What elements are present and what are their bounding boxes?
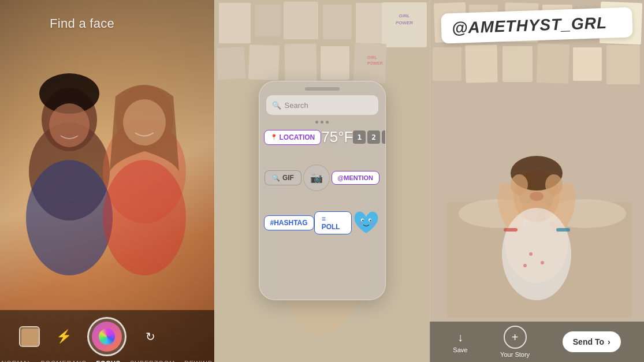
svg-point-35: [370, 223, 374, 225]
svg-point-65: [545, 174, 563, 195]
save-label: Save: [453, 346, 467, 353]
camera-icon: 📷: [310, 171, 323, 184]
search-placeholder-text: Search: [285, 101, 308, 110]
sticker-row-2: 🔍 GIF 📷 @MENTION: [264, 165, 381, 191]
camera-controls: ⚡ ↻: [0, 310, 214, 359]
story-preview-panel: GIRL POWER: [430, 0, 644, 362]
svg-point-7: [26, 160, 113, 275]
save-icon: ↓: [457, 331, 463, 344]
sticker-search-bar[interactable]: 🔍 Search: [266, 95, 378, 115]
mention-sticker[interactable]: @MENTION: [332, 171, 379, 185]
gif-label: GIF: [282, 174, 294, 182]
svg-point-33: [370, 220, 371, 221]
time-digit-1: 1: [353, 130, 366, 144]
svg-point-59: [529, 252, 533, 256]
phone-notch: [305, 87, 340, 91]
svg-rect-47: [537, 43, 569, 84]
svg-rect-63: [556, 228, 570, 232]
svg-point-32: [362, 220, 363, 221]
location-sticker[interactable]: 📍 LOCATION: [264, 130, 322, 145]
tab-boomerang[interactable]: BOOMERANG: [40, 360, 87, 362]
dot-1: [315, 121, 318, 124]
tab-normal[interactable]: NORMAL: [2, 360, 32, 362]
heart-sticker[interactable]: [352, 210, 381, 236]
hashtag-sticker[interactable]: #HASHTAG: [264, 215, 314, 230]
sticker-picker-panel: GIRL POWER GIRL POWER 🔍 Search: [214, 0, 430, 362]
temperature-sticker[interactable]: 75°F: [321, 128, 353, 146]
svg-point-64: [511, 174, 528, 195]
time-digit-3: 3: [382, 130, 385, 144]
chevron-right-icon: ›: [608, 337, 611, 346]
panel-divider-1: [214, 0, 215, 362]
dot-3: [326, 121, 329, 124]
tab-rewind[interactable]: REWIND: [184, 360, 213, 362]
send-to-button[interactable]: Send To ›: [563, 331, 621, 352]
heart-svg-icon: [352, 210, 381, 236]
svg-point-58: [502, 208, 571, 300]
location-label: LOCATION: [280, 133, 315, 141]
camera-panel: Find a face ⚡ ↻ NORMAL: [0, 0, 214, 362]
svg-point-5: [49, 103, 90, 147]
svg-rect-44: [433, 47, 461, 81]
shutter-button[interactable]: [87, 317, 126, 356]
poll-sticker[interactable]: ≡ POLL: [314, 211, 352, 234]
panel-divider-2: [430, 0, 430, 362]
save-button[interactable]: ↓ Save: [453, 331, 467, 353]
your-story-circle: +: [504, 326, 527, 349]
username-text: @AMETHYST_GRL: [452, 14, 608, 37]
your-story-label: Your Story: [500, 351, 530, 358]
people-silhouette: [0, 56, 214, 316]
dots-indicator: [259, 121, 385, 124]
flip-icon: ↻: [146, 330, 155, 344]
story-bottom-bar: ↓ Save + Your Story Send To ›: [430, 322, 644, 362]
flash-button[interactable]: ⚡: [54, 327, 73, 346]
gif-sticker[interactable]: 🔍 GIF: [265, 170, 301, 185]
svg-rect-48: [573, 47, 602, 81]
plus-icon: +: [512, 331, 519, 344]
svg-point-8: [103, 160, 186, 275]
time-sticker[interactable]: 1 2 3 4: [353, 130, 385, 144]
svg-rect-45: [465, 45, 497, 83]
search-icon: 🔍: [272, 101, 281, 110]
time-digit-2: 2: [367, 130, 380, 144]
camera-mode-tabs: NORMAL BOOMERANG FOCUS SUPERZOOM REWIND: [2, 359, 213, 362]
svg-point-61: [523, 264, 527, 267]
gif-search-icon: 🔍: [272, 174, 280, 182]
tab-focus[interactable]: FOCUS: [96, 360, 121, 362]
svg-rect-46: [502, 46, 533, 82]
svg-point-34: [358, 223, 362, 225]
sticker-row-3: #HASHTAG ≡ POLL: [264, 210, 381, 236]
svg-point-60: [541, 261, 544, 264]
svg-rect-49: [606, 45, 640, 84]
camera-bottom-bar: ⚡ ↻ NORMAL BOOMERANG FOCUS SUPERZOOM REW…: [0, 310, 214, 362]
dot-2: [321, 121, 323, 124]
flip-camera-button[interactable]: ↻: [142, 327, 160, 346]
phone-mockup: 🔍 Search 📍 LOCATION 75°F 1 2 3 4: [259, 81, 386, 300]
svg-point-66: [530, 192, 544, 201]
find-face-label: Find a face: [50, 16, 114, 31]
svg-point-6: [123, 99, 166, 145]
spacer-2: [259, 195, 385, 206]
location-pin-icon: 📍: [270, 134, 277, 140]
spacer-1: [259, 150, 385, 161]
instagram-logo: [99, 329, 115, 345]
tab-superzoom[interactable]: SUPERZOOM: [130, 360, 175, 362]
camera-sticker[interactable]: 📷: [303, 165, 330, 191]
send-to-label: Send To: [573, 337, 604, 346]
gallery-thumbnail[interactable]: [19, 326, 40, 347]
your-story-button[interactable]: + Your Story: [500, 326, 530, 358]
svg-rect-10: [21, 329, 40, 347]
shutter-inner: [92, 322, 122, 352]
spacer: [174, 326, 195, 347]
bedroom-wall-svg: GIRL POWER: [430, 0, 644, 362]
svg-rect-62: [504, 228, 518, 232]
sticker-row-1: 📍 LOCATION 75°F 1 2 3 4: [264, 128, 381, 146]
flash-icon: ⚡: [56, 329, 72, 344]
